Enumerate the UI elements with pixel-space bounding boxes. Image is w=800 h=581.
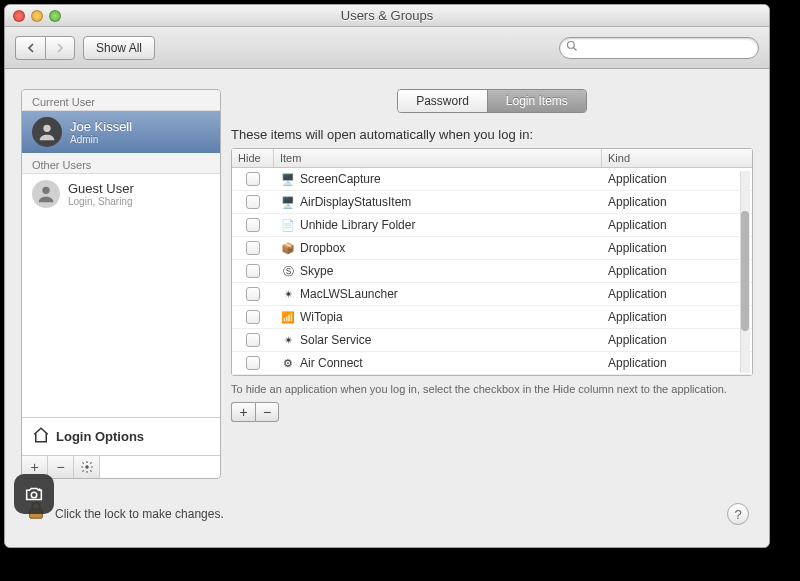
table-row[interactable]: 📶WiTopiaApplication <box>232 306 752 329</box>
tab-login-items[interactable]: Login Items <box>487 90 586 112</box>
hide-checkbox[interactable] <box>246 287 260 301</box>
gear-icon <box>80 460 94 474</box>
zoom-button[interactable] <box>49 10 61 22</box>
item-kind: Application <box>602 170 752 188</box>
nav-back-forward <box>15 36 75 60</box>
app-icon: 📦 <box>280 240 296 256</box>
sidebar-user-guest[interactable]: Guest User Login, Sharing <box>22 174 220 214</box>
hide-checkbox[interactable] <box>246 172 260 186</box>
sidebar-header-current: Current User <box>22 90 220 111</box>
svg-point-7 <box>38 488 40 490</box>
user-role: Login, Sharing <box>68 196 134 207</box>
forward-button[interactable] <box>45 36 75 60</box>
login-options-button[interactable]: Login Options <box>22 417 220 456</box>
close-button[interactable] <box>13 10 25 22</box>
item-kind: Application <box>602 285 752 303</box>
scrollbar-thumb[interactable] <box>741 211 749 331</box>
col-item[interactable]: Item <box>274 149 602 167</box>
main-panel: Password Login Items These items will op… <box>231 89 753 479</box>
scrollbar-track[interactable] <box>740 171 750 373</box>
app-icon: 📄 <box>280 217 296 233</box>
lens-overlay-badge[interactable] <box>14 474 54 514</box>
app-icon: 🖥️ <box>280 194 296 210</box>
window-title: Users & Groups <box>5 8 769 23</box>
tab-group: Password Login Items <box>397 89 587 113</box>
hide-checkbox[interactable] <box>246 333 260 347</box>
sidebar-edit-buttons: + − <box>22 456 220 478</box>
table-row[interactable]: 🖥️ScreenCaptureApplication <box>232 168 752 191</box>
help-button[interactable]: ? <box>727 503 749 525</box>
col-hide[interactable]: Hide <box>232 149 274 167</box>
sidebar-actions-button[interactable] <box>74 456 100 478</box>
item-name: Skype <box>300 264 333 278</box>
item-name: Dropbox <box>300 241 345 255</box>
sidebar-header-other: Other Users <box>22 153 220 174</box>
app-icon: ✴︎ <box>280 332 296 348</box>
hide-checkbox[interactable] <box>246 241 260 255</box>
col-kind[interactable]: Kind <box>602 149 752 167</box>
hide-checkbox[interactable] <box>246 218 260 232</box>
prefs-window: Users & Groups Show All Current User <box>4 4 770 548</box>
tab-password[interactable]: Password <box>398 90 487 112</box>
svg-point-6 <box>31 492 37 498</box>
remove-user-button[interactable]: − <box>48 456 74 478</box>
hide-hint-text: To hide an application when you log in, … <box>231 382 753 396</box>
sidebar-user-current[interactable]: Joe Kissell Admin <box>22 111 220 153</box>
user-role: Admin <box>70 134 132 145</box>
remove-login-item-button[interactable]: − <box>255 402 279 422</box>
table-row[interactable]: ✴︎MacLWSLauncherApplication <box>232 283 752 306</box>
table-row[interactable]: ⓈSkypeApplication <box>232 260 752 283</box>
window-controls <box>13 10 61 22</box>
svg-point-0 <box>568 42 575 49</box>
add-login-item-button[interactable]: + <box>231 402 255 422</box>
item-kind: Application <box>602 193 752 211</box>
camera-lens-icon <box>23 483 45 505</box>
user-name: Joe Kissell <box>70 120 132 134</box>
app-icon: 🖥️ <box>280 171 296 187</box>
item-name: Solar Service <box>300 333 371 347</box>
svg-line-1 <box>574 48 577 51</box>
table-row[interactable]: ✴︎Solar ServiceApplication <box>232 329 752 352</box>
item-kind: Application <box>602 216 752 234</box>
hide-checkbox[interactable] <box>246 195 260 209</box>
table-row[interactable]: ⚙Air ConnectApplication <box>232 352 752 375</box>
item-name: ScreenCapture <box>300 172 381 186</box>
titlebar: Users & Groups <box>5 5 769 27</box>
back-button[interactable] <box>15 36 45 60</box>
house-icon <box>32 426 50 447</box>
minimize-button[interactable] <box>31 10 43 22</box>
user-name: Guest User <box>68 182 134 196</box>
item-name: Air Connect <box>300 356 363 370</box>
login-options-label: Login Options <box>56 429 144 444</box>
search-input[interactable] <box>582 41 752 55</box>
avatar <box>32 180 60 208</box>
login-items-heading: These items will open automatically when… <box>231 127 753 142</box>
item-kind: Application <box>602 331 752 349</box>
table-row[interactable]: 📦DropboxApplication <box>232 237 752 260</box>
item-kind: Application <box>602 354 752 372</box>
app-icon: 📶 <box>280 309 296 325</box>
hide-checkbox[interactable] <box>246 264 260 278</box>
lock-text: Click the lock to make changes. <box>55 507 224 521</box>
item-name: WiTopia <box>300 310 343 324</box>
svg-point-2 <box>43 125 50 132</box>
app-icon: ⚙ <box>280 355 296 371</box>
login-items-table: Hide Item Kind 🖥️ScreenCaptureApplicatio… <box>231 148 753 376</box>
users-sidebar: Current User Joe Kissell Admin Other Use… <box>21 89 221 479</box>
toolbar: Show All <box>5 27 769 69</box>
hide-checkbox[interactable] <box>246 310 260 324</box>
item-name: MacLWSLauncher <box>300 287 398 301</box>
svg-point-3 <box>42 187 49 194</box>
avatar <box>32 117 62 147</box>
app-icon: Ⓢ <box>280 263 296 279</box>
footer: Click the lock to make changes. ? <box>5 489 769 547</box>
item-name: AirDisplayStatusItem <box>300 195 411 209</box>
search-icon <box>566 40 582 55</box>
search-field[interactable] <box>559 37 759 59</box>
show-all-button[interactable]: Show All <box>83 36 155 60</box>
item-kind: Application <box>602 239 752 257</box>
hide-checkbox[interactable] <box>246 356 260 370</box>
table-row[interactable]: 🖥️AirDisplayStatusItemApplication <box>232 191 752 214</box>
item-kind: Application <box>602 262 752 280</box>
table-row[interactable]: 📄Unhide Library FolderApplication <box>232 214 752 237</box>
